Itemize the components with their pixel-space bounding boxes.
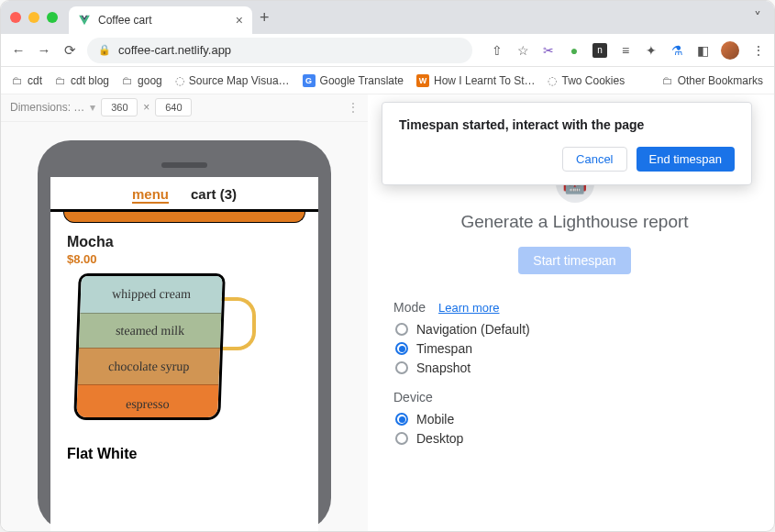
modal-buttons: Cancel End timespan [399,147,735,172]
cancel-button[interactable]: Cancel [562,147,626,172]
side-panel-icon[interactable]: ◧ [695,43,710,58]
bookmark-google-translate[interactable]: GGoogle Translate [303,74,404,87]
window-controls [10,12,58,23]
new-tab-button[interactable]: + [260,8,270,28]
layer-espresso: espresso [76,384,218,420]
mode-timespan[interactable]: Timespan [395,341,756,356]
translate-icon: G [303,74,316,87]
browser-window: Coffee cart × + ˅ ← → ⟳ 🔒 coffee-cart.ne… [0,0,775,532]
height-input[interactable] [155,98,192,116]
folder-icon: 🗀 [55,74,66,87]
profile-avatar[interactable] [721,41,739,60]
globe-icon: ◌ [548,74,557,87]
radio-icon [395,342,408,355]
w-icon: W [416,74,429,87]
globe-icon: ◌ [175,74,184,87]
graph-extension-icon[interactable]: ≡ [618,43,633,58]
radio-icon [395,323,408,336]
mode-section: Mode Learn more [393,300,756,315]
end-timespan-button[interactable]: End timespan [637,147,736,172]
layer-whipped-cream: whipped cream [80,276,222,313]
address-bar[interactable]: 🔒 coffee-cart.netlify.app [87,38,472,63]
cart-link[interactable]: cart (3) [191,186,237,204]
mode-navigation[interactable]: Navigation (Default) [395,322,756,337]
dimensions-sep: × [143,101,149,114]
lighthouse-title: Generate a Lighthouse report [393,212,756,232]
close-tab-button[interactable]: × [236,13,243,28]
layer-steamed-milk: steamed milk [79,313,221,348]
app-nav: menu cart (3) [50,177,318,209]
chrome-menu-icon[interactable]: ⋮ [750,43,765,58]
device-section: Device [393,390,756,405]
bookmark-cdt-blog[interactable]: 🗀cdt blog [55,74,109,87]
browser-tab[interactable]: Coffee cart × [69,6,252,34]
product-name: Flat White [67,446,302,462]
nav-toolbar: ← → ⟳ 🔒 coffee-cart.netlify.app ⇧ ☆ ✂ ● … [1,34,774,67]
radio-icon [395,432,408,445]
phone-screen[interactable]: menu cart (3) Mocha $8.00 whipped cream … [50,177,318,532]
extensions-puzzle-icon[interactable]: ✦ [644,43,659,58]
green-extension-icon[interactable]: ● [567,43,581,58]
product-price: $8.00 [67,252,302,266]
phone-frame: menu cart (3) Mocha $8.00 whipped cream … [38,140,331,531]
mug-illustration: whipped cream steamed milk chocolate syr… [76,273,260,429]
share-icon[interactable]: ⇧ [490,43,504,58]
device-preview-panel: Dimensions: … ▾ × ⋮ menu cart (3) [1,94,368,531]
mode-label: Mode [393,300,426,315]
product-mocha[interactable]: Mocha $8.00 whipped cream steamed milk c… [50,223,318,440]
url-text: coffee-cart.netlify.app [118,43,231,57]
back-button[interactable]: ← [10,42,27,58]
lock-icon: 🔒 [98,44,111,56]
banner-stripe [63,212,305,223]
bookmark-how-i-learnt[interactable]: WHow I Learnt To St… [416,74,536,87]
close-window-button[interactable] [10,12,21,23]
toolbar-right: ⇧ ☆ ✂ ● n ≡ ✦ ⚗ ◧ ⋮ [490,41,765,60]
maximize-window-button[interactable] [47,12,58,23]
reload-button[interactable]: ⟳ [61,42,78,59]
other-bookmarks[interactable]: 🗀Other Bookmarks [662,74,763,87]
bookmark-two-cookies[interactable]: ◌Two Cookies [548,74,625,87]
dimensions-toolbar: Dimensions: … ▾ × ⋮ [1,94,368,122]
minimize-window-button[interactable] [28,12,39,23]
device-toolbar-menu-icon[interactable]: ⋮ [348,101,359,114]
product-flat-white[interactable]: Flat White [50,440,318,468]
bookmark-goog[interactable]: 🗀goog [122,74,162,87]
modal-message: Timespan started, interact with the page [399,117,735,132]
start-timespan-button[interactable]: Start timespan [518,247,630,274]
menu-link[interactable]: menu [132,186,169,204]
tab-title: Coffee cart [98,14,151,27]
bookmark-cdt[interactable]: 🗀cdt [12,74,42,87]
bookmark-star-icon[interactable]: ☆ [515,43,530,58]
phone-speaker [161,162,207,168]
bookmarks-bar: 🗀cdt 🗀cdt blog 🗀goog ◌Source Map Visua… … [1,67,774,94]
learn-more-link[interactable]: Learn more [438,301,499,315]
mug-body: whipped cream steamed milk chocolate syr… [73,273,226,420]
product-name: Mocha [67,234,302,250]
folder-icon: 🗀 [662,74,673,87]
folder-icon: 🗀 [122,74,133,87]
labs-flask-icon[interactable]: ⚗ [670,43,684,58]
device-label: Device [393,390,433,405]
bookmark-source-map[interactable]: ◌Source Map Visua… [175,74,290,87]
vue-favicon-icon [78,14,91,27]
tabs-dropdown-icon[interactable]: ˅ [754,9,761,27]
dimensions-label[interactable]: Dimensions: … [10,101,84,114]
radio-icon [395,361,408,374]
width-input[interactable] [101,98,138,116]
radio-icon [395,413,408,426]
title-bar: Coffee cart × + ˅ [1,1,774,34]
device-desktop[interactable]: Desktop [395,431,756,446]
notion-extension-icon[interactable]: n [592,43,607,58]
device-mobile[interactable]: Mobile [395,412,756,427]
scissors-extension-icon[interactable]: ✂ [541,43,556,58]
mug-handle [219,297,256,350]
forward-button[interactable]: → [36,42,52,58]
timespan-modal: Timespan started, interact with the page… [382,102,752,185]
folder-icon: 🗀 [12,74,23,87]
layer-chocolate-syrup: chocolate syrup [78,348,220,384]
mode-snapshot[interactable]: Snapshot [395,360,756,375]
